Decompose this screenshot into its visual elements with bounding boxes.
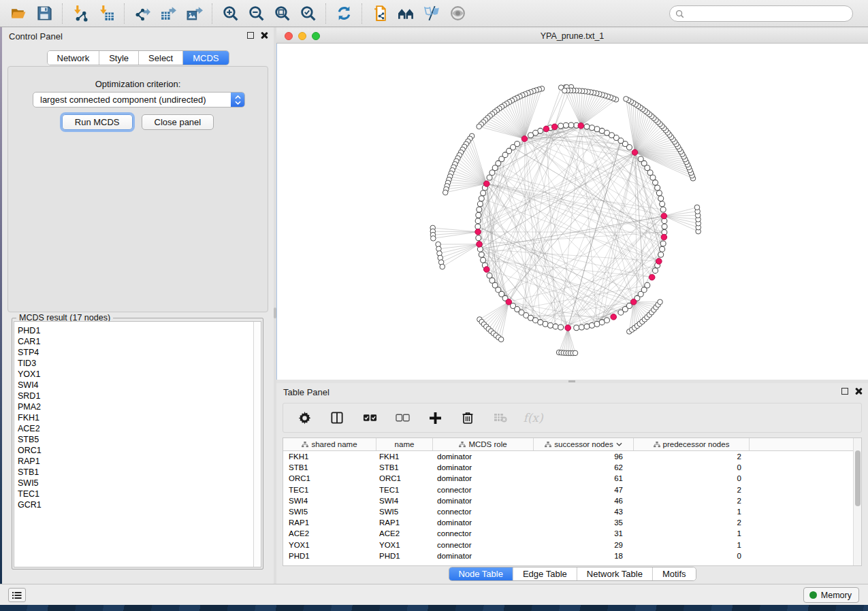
delete-columns-button[interactable] [459,408,477,427]
table-tab[interactable]: Motifs [653,567,696,580]
table-row[interactable]: SWI4 SWI4 dominator 46 2 [283,495,853,506]
mcds-result-item[interactable]: GCR1 [14,499,253,510]
table-row[interactable]: ACE2 ACE2 connector 31 1 [283,528,853,539]
table-row[interactable]: SWI5 SWI5 connector 43 1 [283,506,853,517]
deselect-all-button[interactable] [393,408,411,427]
export-network-icon [134,5,151,22]
column-header-predecessor-nodes[interactable]: predecessor nodes [634,438,750,450]
close-panel-button[interactable]: Close panel [142,114,214,130]
import-table-button[interactable] [93,2,119,25]
table-options-button[interactable] [295,408,313,427]
table-tab[interactable]: Network Table [577,567,653,580]
table-row[interactable]: FKH1 FKH1 dominator 96 2 [283,451,853,462]
search-box[interactable] [669,5,853,22]
float-panel-icon[interactable] [247,32,254,39]
open-file-icon [10,5,27,22]
mcds-result-item[interactable]: TEC1 [14,489,253,499]
desktop-wallpaper-bottom [0,605,868,611]
add-column-button[interactable] [426,408,444,427]
column-header-successor-nodes[interactable]: successor nodes [534,438,634,450]
delete-table-button[interactable] [492,408,509,427]
search-input[interactable] [684,7,852,20]
hide-selected-button[interactable] [419,2,445,25]
network-canvas[interactable] [276,44,868,380]
cell-successor-nodes: 43 [534,508,634,516]
mcds-result-item[interactable]: PHD1 [14,325,253,336]
close-panel-icon[interactable] [260,31,268,39]
optimization-criterion-dropdown[interactable]: largest connected component (undirected) [33,92,245,108]
status-bar: Memory [0,584,868,605]
equation-builder-button[interactable]: f(x) [524,408,542,427]
mcds-result-item[interactable]: SWI4 [14,380,253,391]
new-network-from-selection-button[interactable] [367,2,393,25]
export-network-button[interactable] [129,2,155,25]
table-row[interactable]: ORC1 ORC1 dominator 61 0 [283,473,853,484]
save-session-button[interactable] [31,2,57,25]
export-table-button[interactable] [155,2,181,25]
task-history-button[interactable] [8,588,26,602]
cell-successor-nodes: 35 [534,518,634,527]
table-row[interactable]: YOX1 YOX1 connector 29 1 [283,540,853,550]
first-neighbors-button[interactable] [393,2,419,25]
network-window-titlebar[interactable]: YPA_prune.txt_1 [276,29,868,44]
mcds-result-item[interactable]: YOX1 [14,369,253,380]
mcds-result-item[interactable]: SWI5 [14,478,253,489]
mcds-result-item[interactable]: STP4 [14,347,253,358]
import-network-button[interactable] [67,2,93,25]
show-all-button[interactable] [445,2,470,25]
table-scrollbar[interactable] [853,438,861,565]
attribute-type-icon [459,442,466,448]
table-body: FKH1 FKH1 dominator 96 2 STB1 STB1 domin… [283,451,853,565]
table-tab[interactable]: Edge Table [513,567,577,580]
toolbar-separator [124,3,125,24]
table-row[interactable]: PHD1 PHD1 dominator 18 0 [283,550,853,561]
mcds-result-item[interactable]: RAP1 [14,456,253,467]
float-panel-icon[interactable] [841,388,848,395]
mcds-result-item[interactable]: STB1 [14,467,253,478]
scrollbar-thumb[interactable] [855,450,861,506]
control-panel-tab[interactable]: Select [139,51,183,65]
mcds-list-scrollbar[interactable] [253,322,261,567]
export-image-button[interactable] [181,2,207,25]
zoom-out-button[interactable] [243,2,269,25]
mcds-result-item[interactable]: TID3 [14,358,253,369]
table-row[interactable]: TEC1 TEC1 connector 47 2 [283,484,853,495]
show-column-button[interactable] [328,408,346,427]
cell-shared-name: SWI4 [283,497,376,505]
mcds-result-item[interactable]: ORC1 [14,445,253,456]
cell-predecessor-nodes: 0 [634,474,750,482]
close-panel-icon[interactable] [854,387,863,395]
control-panel-tab[interactable]: MCDS [183,51,228,65]
apply-layout-button[interactable] [331,2,357,25]
mcds-result-item[interactable]: STB5 [14,434,253,445]
zoom-in-button[interactable] [217,2,243,25]
control-panel-tab[interactable]: Style [99,51,139,65]
column-header-name[interactable]: name [376,438,433,450]
splitter-grip[interactable] [568,380,575,382]
column-header-shared-name[interactable]: shared name [283,438,376,450]
mcds-result-item[interactable]: FKH1 [14,412,253,423]
dropdown-stepper-icon [231,93,244,107]
table-row[interactable]: STB1 STB1 dominator 62 0 [283,462,853,473]
window-maximize-icon[interactable] [312,32,320,40]
window-minimize-icon[interactable] [298,32,306,40]
mcds-result-item[interactable]: SRD1 [14,391,253,401]
node-table: shared name name MCDS role successor nod… [283,437,862,566]
mcds-result-list[interactable]: PHD1CAR1STP4TID3YOX1SWI4SRD1PMA2FKH1ACE2… [14,321,261,567]
zoom-in-icon [222,5,239,22]
mcds-result-item[interactable]: ACE2 [14,423,253,434]
mcds-result-item[interactable]: CAR1 [14,336,253,347]
table-row[interactable]: RAP1 RAP1 dominator 35 2 [283,517,853,528]
run-mcds-button[interactable]: Run MCDS [62,114,133,130]
mcds-result-item[interactable]: PMA2 [14,401,253,412]
memory-button[interactable]: Memory [803,587,859,603]
table-tab[interactable]: Node Table [449,567,513,580]
sort-descending-icon [616,442,622,446]
control-panel-tab[interactable]: Network [47,51,99,65]
select-all-button[interactable] [361,408,379,427]
window-close-icon[interactable] [285,32,293,40]
column-header-mcds-role[interactable]: MCDS role [433,438,534,450]
zoom-selected-button[interactable] [295,2,321,25]
open-file-button[interactable] [5,2,31,25]
fit-content-button[interactable] [269,2,295,25]
